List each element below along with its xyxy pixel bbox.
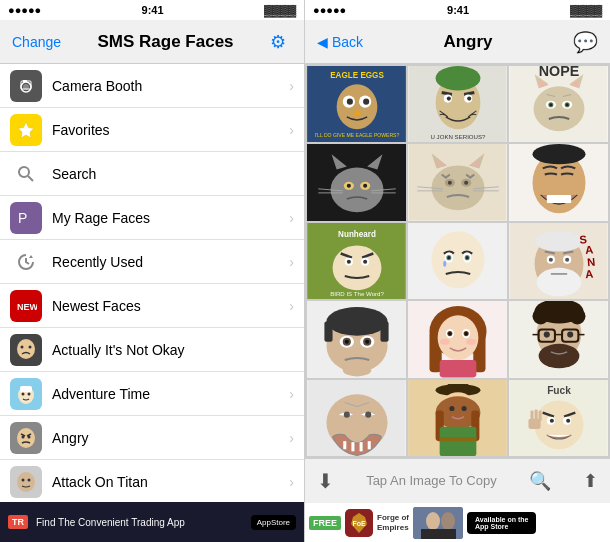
carrier-right: ●●●●● <box>313 4 346 16</box>
svg-point-103 <box>363 259 367 263</box>
appstore-button-right[interactable]: Available on the App Store <box>467 512 536 534</box>
bottom-search-icon[interactable]: 🔍 <box>529 470 551 492</box>
svg-point-177 <box>365 411 371 417</box>
svg-rect-184 <box>448 384 468 392</box>
svg-point-72 <box>363 184 367 188</box>
svg-text:U JOKN SERIOUS?: U JOKN SERIOUS? <box>431 133 487 140</box>
svg-point-10 <box>21 345 24 348</box>
menu-item-my-rage-faces[interactable]: P My Rage Faces › <box>0 196 304 240</box>
favorites-label: Favorites <box>52 122 289 138</box>
free-badge: FREE <box>309 516 341 530</box>
settings-icon[interactable]: ⚙ <box>270 31 292 53</box>
angry-label: Angry <box>52 430 289 446</box>
newest-faces-icon: NEW <box>10 290 42 322</box>
grid-cell-joker[interactable]: U JOKN SERIOUS? <box>408 66 507 142</box>
svg-line-43 <box>442 92 452 94</box>
appstore-line2: App Store <box>475 523 528 530</box>
ad-banner-left[interactable]: TR Find The Convenient Trading App AppSt… <box>0 502 304 542</box>
tap-copy-text: Tap An Image To Copy <box>366 473 497 488</box>
svg-point-102 <box>347 259 351 263</box>
menu-item-attack-on-titan[interactable]: Attack On Titan › <box>0 460 304 502</box>
menu-item-adventure-time[interactable]: Adventure Time › <box>0 372 304 416</box>
svg-rect-132 <box>324 322 332 342</box>
svg-point-23 <box>28 478 31 481</box>
svg-point-16 <box>17 428 35 448</box>
svg-text:I'LL DO GIVE ME EAGLE POWERS?: I'LL DO GIVE ME EAGLE POWERS? <box>315 132 400 138</box>
grid-cell-grumpy-nope[interactable]: NOPE <box>509 66 608 142</box>
menu-item-angry[interactable]: Angry › <box>0 416 304 460</box>
svg-point-36 <box>347 99 353 105</box>
bottom-share-icon[interactable]: ⬆ <box>583 470 598 492</box>
svg-point-113 <box>443 260 446 266</box>
svg-point-14 <box>22 392 25 395</box>
message-icon[interactable]: 💬 <box>573 30 598 54</box>
appstore-badge-left[interactable]: AppStore <box>251 515 296 530</box>
svg-point-78 <box>432 166 485 211</box>
newest-faces-chevron: › <box>289 298 294 314</box>
grid-cell-forever-alone[interactable] <box>408 223 507 299</box>
carrier-left: ●●●●● <box>8 4 41 16</box>
grid-cell-hipster[interactable] <box>509 301 608 377</box>
left-panel: ●●●●● 9:41 ▓▓▓▓ Change SMS Rage Faces ⚙ … <box>0 0 305 542</box>
grid-cell-sana[interactable]: S A N A <box>509 223 608 299</box>
svg-point-190 <box>462 406 467 411</box>
change-button[interactable]: Change <box>12 34 61 50</box>
download-icon[interactable]: ⬇ <box>317 469 334 493</box>
my-rage-faces-icon: P <box>10 202 42 234</box>
grid-cell-girl[interactable] <box>408 301 507 377</box>
grid-cell-troll2[interactable]: Fuck <box>509 380 608 456</box>
svg-rect-158 <box>440 360 477 377</box>
recently-used-icon <box>10 246 42 278</box>
right-panel: ●●●●● 9:41 ▓▓▓▓ ◀ Back Angry 💬 EAGLE EGG… <box>305 0 610 542</box>
ad-text-left: Find The Convenient Trading App <box>36 517 243 528</box>
svg-point-112 <box>466 256 469 259</box>
bottom-toolbar: ⬇ Tap An Image To Copy 🔍 ⬆ <box>305 458 610 502</box>
tr-badge: TR <box>8 515 28 529</box>
forge-of-empires-text: Forge of Empires <box>377 513 409 532</box>
svg-point-5 <box>19 167 29 177</box>
nav-bar-left: Change SMS Rage Faces ⚙ <box>0 20 304 64</box>
svg-point-66 <box>331 168 384 213</box>
svg-point-139 <box>365 340 369 344</box>
svg-point-201 <box>566 418 570 422</box>
svg-point-211 <box>441 512 455 530</box>
menu-item-newest-faces[interactable]: NEW Newest Faces › <box>0 284 304 328</box>
grid-cell-grumpy2[interactable] <box>408 144 507 220</box>
newest-faces-label: Newest Faces <box>52 298 289 314</box>
menu-item-recently-used[interactable]: Recently Used › <box>0 240 304 284</box>
svg-point-48 <box>467 97 471 101</box>
menu-item-search[interactable]: Search <box>0 152 304 196</box>
grid-cell-yao-ming[interactable] <box>509 144 608 220</box>
menu-item-camera-booth[interactable]: Camera Booth › <box>0 64 304 108</box>
actually-not-okay-label: Actually It's Not Okay <box>52 342 294 358</box>
ad-banner-right[interactable]: FREE FoE Forge of Empires Available on t… <box>305 502 610 542</box>
forge-ad-image <box>413 507 463 539</box>
grid-cell-costume[interactable] <box>408 380 507 456</box>
menu-item-actually-not-okay[interactable]: Actually It's Not Okay <box>0 328 304 372</box>
svg-text:Fuck: Fuck <box>547 385 571 396</box>
grid-cell-troll[interactable] <box>307 380 406 456</box>
grid-cell-thinking[interactable] <box>307 301 406 377</box>
camera-booth-icon <box>10 70 42 102</box>
svg-rect-191 <box>440 426 477 456</box>
forge-title-line1: Forge of <box>377 513 409 523</box>
svg-rect-192 <box>440 437 477 441</box>
grid-cell-grumpy-dark[interactable] <box>307 144 406 220</box>
grid-cell-nunheard[interactable]: Nunheard BIRD IS The Word? <box>307 223 406 299</box>
my-rage-faces-chevron: › <box>289 210 294 226</box>
nav-bar-right: ◀ Back Angry 💬 <box>305 20 610 64</box>
svg-point-86 <box>464 181 468 185</box>
back-button[interactable]: ◀ Back <box>317 34 363 50</box>
svg-point-33 <box>337 84 378 129</box>
menu-list: Camera Booth › Favorites › Search <box>0 64 304 502</box>
svg-text:Nunheard: Nunheard <box>338 230 376 239</box>
svg-point-138 <box>345 340 349 344</box>
back-label: ◀ Back <box>317 34 363 50</box>
menu-item-favorites[interactable]: Favorites › <box>0 108 304 152</box>
svg-rect-133 <box>380 322 388 342</box>
svg-point-157 <box>466 339 476 345</box>
grid-cell-eagle-eggs[interactable]: EAGLE EGGS I'LL DO GIVE ME EAGLE POWERS? <box>307 66 406 142</box>
svg-marker-4 <box>18 122 34 138</box>
recently-used-label: Recently Used <box>52 254 289 270</box>
svg-point-97 <box>333 245 382 290</box>
